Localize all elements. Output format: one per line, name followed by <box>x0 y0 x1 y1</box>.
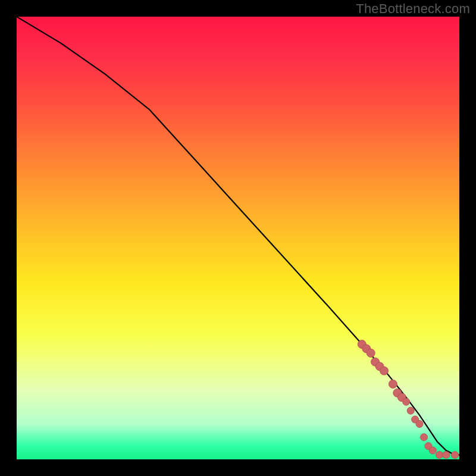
chart-overlay <box>17 17 459 459</box>
scatter-dot <box>403 398 410 405</box>
scatter-dot <box>407 407 414 414</box>
scatter-dot <box>416 421 423 428</box>
scatter-dot <box>436 452 443 459</box>
curve-line <box>17 17 459 455</box>
scatter-dot <box>367 349 375 357</box>
scatter-dot <box>421 434 428 441</box>
plot-area <box>17 17 459 459</box>
chart-frame: TheBottleneck.com <box>0 0 476 476</box>
scatter-dot <box>389 380 397 389</box>
scatter-dot <box>380 367 389 375</box>
scatter-dot <box>452 452 459 459</box>
watermark-text: TheBottleneck.com <box>356 1 470 17</box>
scatter-dot <box>429 447 436 454</box>
scatter-dot <box>443 452 450 459</box>
